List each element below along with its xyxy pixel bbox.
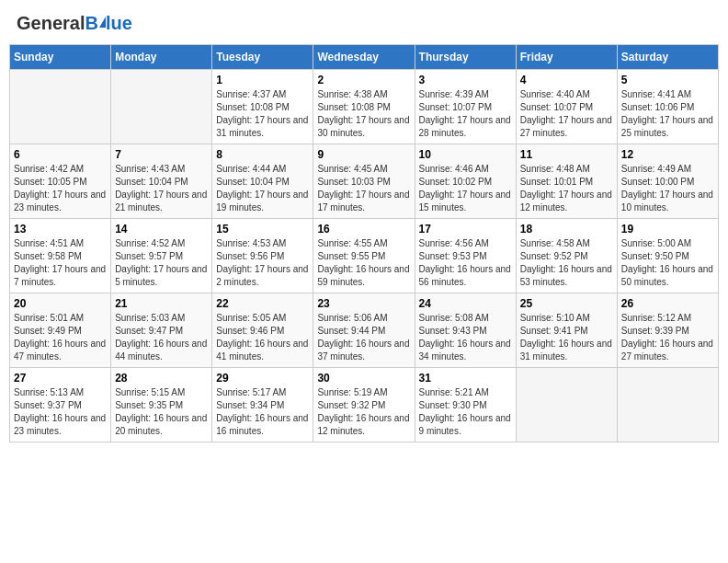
day-number: 6 bbox=[14, 148, 107, 161]
calendar-table: SundayMondayTuesdayWednesdayThursdayFrid… bbox=[9, 44, 719, 442]
day-info: Sunrise: 5:00 AM Sunset: 9:50 PM Dayligh… bbox=[621, 237, 714, 289]
weekday-header-friday: Friday bbox=[516, 45, 617, 70]
calendar-cell: 21Sunrise: 5:03 AM Sunset: 9:47 PM Dayli… bbox=[111, 293, 212, 368]
day-number: 14 bbox=[115, 223, 208, 236]
calendar-cell: 30Sunrise: 5:19 AM Sunset: 9:32 PM Dayli… bbox=[313, 368, 415, 442]
calendar-cell bbox=[516, 368, 617, 442]
day-number: 3 bbox=[419, 74, 512, 86]
day-info: Sunrise: 4:44 AM Sunset: 10:04 PM Daylig… bbox=[216, 163, 309, 214]
calendar-cell: 26Sunrise: 5:12 AM Sunset: 9:39 PM Dayli… bbox=[617, 293, 718, 368]
calendar-cell: 12Sunrise: 4:49 AM Sunset: 10:00 PM Dayl… bbox=[617, 144, 718, 219]
calendar-cell: 5Sunrise: 4:41 AM Sunset: 10:06 PM Dayli… bbox=[617, 70, 718, 144]
calendar-cell: 9Sunrise: 4:45 AM Sunset: 10:03 PM Dayli… bbox=[313, 144, 415, 219]
calendar-cell: 15Sunrise: 4:53 AM Sunset: 9:56 PM Dayli… bbox=[212, 219, 313, 293]
day-number: 31 bbox=[419, 372, 512, 385]
calendar-cell: 19Sunrise: 5:00 AM Sunset: 9:50 PM Dayli… bbox=[617, 219, 718, 293]
calendar-week-row: 1Sunrise: 4:37 AM Sunset: 10:08 PM Dayli… bbox=[10, 70, 719, 144]
day-info: Sunrise: 4:42 AM Sunset: 10:05 PM Daylig… bbox=[14, 163, 107, 214]
calendar-cell: 28Sunrise: 5:15 AM Sunset: 9:35 PM Dayli… bbox=[111, 368, 212, 442]
calendar-week-row: 6Sunrise: 4:42 AM Sunset: 10:05 PM Dayli… bbox=[10, 144, 719, 219]
calendar-cell: 18Sunrise: 4:58 AM Sunset: 9:52 PM Dayli… bbox=[516, 219, 617, 293]
day-number: 13 bbox=[14, 223, 107, 236]
day-number: 30 bbox=[317, 372, 410, 385]
calendar-cell: 4Sunrise: 4:40 AM Sunset: 10:07 PM Dayli… bbox=[516, 70, 617, 144]
day-info: Sunrise: 4:38 AM Sunset: 10:08 PM Daylig… bbox=[317, 88, 410, 140]
day-info: Sunrise: 4:39 AM Sunset: 10:07 PM Daylig… bbox=[419, 88, 512, 140]
day-number: 24 bbox=[419, 297, 512, 310]
calendar-cell: 17Sunrise: 4:56 AM Sunset: 9:53 PM Dayli… bbox=[415, 219, 516, 293]
calendar-cell: 6Sunrise: 4:42 AM Sunset: 10:05 PM Dayli… bbox=[10, 144, 111, 219]
day-info: Sunrise: 4:53 AM Sunset: 9:56 PM Dayligh… bbox=[216, 237, 309, 289]
day-info: Sunrise: 4:40 AM Sunset: 10:07 PM Daylig… bbox=[520, 88, 613, 140]
page-header: GeneralB lue bbox=[9, 9, 719, 37]
calendar-cell: 24Sunrise: 5:08 AM Sunset: 9:43 PM Dayli… bbox=[415, 293, 516, 368]
calendar-cell: 8Sunrise: 4:44 AM Sunset: 10:04 PM Dayli… bbox=[212, 144, 313, 219]
calendar-cell: 27Sunrise: 5:13 AM Sunset: 9:37 PM Dayli… bbox=[10, 368, 111, 442]
day-number: 1 bbox=[216, 74, 309, 86]
day-number: 16 bbox=[317, 223, 410, 236]
calendar-week-row: 27Sunrise: 5:13 AM Sunset: 9:37 PM Dayli… bbox=[10, 368, 719, 442]
day-info: Sunrise: 5:01 AM Sunset: 9:49 PM Dayligh… bbox=[14, 312, 107, 363]
day-info: Sunrise: 5:15 AM Sunset: 9:35 PM Dayligh… bbox=[115, 386, 208, 438]
day-number: 23 bbox=[317, 297, 410, 310]
day-number: 28 bbox=[115, 372, 208, 385]
day-info: Sunrise: 5:19 AM Sunset: 9:32 PM Dayligh… bbox=[317, 386, 410, 438]
calendar-cell bbox=[111, 70, 212, 144]
calendar-week-row: 13Sunrise: 4:51 AM Sunset: 9:58 PM Dayli… bbox=[10, 219, 719, 293]
calendar-cell: 13Sunrise: 4:51 AM Sunset: 9:58 PM Dayli… bbox=[10, 219, 111, 293]
day-number: 17 bbox=[419, 223, 512, 236]
day-number: 18 bbox=[520, 223, 613, 236]
day-number: 4 bbox=[520, 74, 613, 86]
day-info: Sunrise: 5:05 AM Sunset: 9:46 PM Dayligh… bbox=[216, 312, 309, 363]
calendar-cell: 3Sunrise: 4:39 AM Sunset: 10:07 PM Dayli… bbox=[415, 70, 516, 144]
day-info: Sunrise: 4:48 AM Sunset: 10:01 PM Daylig… bbox=[520, 163, 613, 214]
day-number: 7 bbox=[115, 148, 208, 161]
calendar-cell: 23Sunrise: 5:06 AM Sunset: 9:44 PM Dayli… bbox=[313, 293, 415, 368]
day-info: Sunrise: 4:37 AM Sunset: 10:08 PM Daylig… bbox=[216, 88, 309, 140]
day-info: Sunrise: 5:13 AM Sunset: 9:37 PM Dayligh… bbox=[14, 386, 107, 438]
day-info: Sunrise: 4:43 AM Sunset: 10:04 PM Daylig… bbox=[115, 163, 208, 214]
calendar-week-row: 20Sunrise: 5:01 AM Sunset: 9:49 PM Dayli… bbox=[10, 293, 719, 368]
day-number: 20 bbox=[14, 297, 107, 310]
day-info: Sunrise: 5:06 AM Sunset: 9:44 PM Dayligh… bbox=[317, 312, 410, 363]
calendar-cell: 20Sunrise: 5:01 AM Sunset: 9:49 PM Dayli… bbox=[10, 293, 111, 368]
day-info: Sunrise: 4:51 AM Sunset: 9:58 PM Dayligh… bbox=[14, 237, 107, 289]
day-info: Sunrise: 4:45 AM Sunset: 10:03 PM Daylig… bbox=[317, 163, 410, 214]
day-info: Sunrise: 5:03 AM Sunset: 9:47 PM Dayligh… bbox=[115, 312, 208, 363]
day-number: 5 bbox=[621, 74, 714, 86]
day-info: Sunrise: 5:08 AM Sunset: 9:43 PM Dayligh… bbox=[419, 312, 512, 363]
calendar-cell: 25Sunrise: 5:10 AM Sunset: 9:41 PM Dayli… bbox=[516, 293, 617, 368]
day-number: 21 bbox=[115, 297, 208, 310]
day-number: 15 bbox=[216, 223, 309, 236]
day-info: Sunrise: 4:55 AM Sunset: 9:55 PM Dayligh… bbox=[317, 237, 410, 289]
day-info: Sunrise: 4:46 AM Sunset: 10:02 PM Daylig… bbox=[419, 163, 512, 214]
day-number: 2 bbox=[317, 74, 410, 86]
day-number: 19 bbox=[621, 223, 714, 236]
day-number: 26 bbox=[621, 297, 714, 310]
day-info: Sunrise: 4:58 AM Sunset: 9:52 PM Dayligh… bbox=[520, 237, 613, 289]
calendar-cell bbox=[617, 368, 718, 442]
day-number: 22 bbox=[216, 297, 309, 310]
day-info: Sunrise: 5:21 AM Sunset: 9:30 PM Dayligh… bbox=[419, 386, 512, 438]
day-info: Sunrise: 4:52 AM Sunset: 9:57 PM Dayligh… bbox=[115, 237, 208, 289]
logo: GeneralB lue bbox=[17, 13, 132, 33]
day-info: Sunrise: 5:12 AM Sunset: 9:39 PM Dayligh… bbox=[621, 312, 714, 363]
day-number: 29 bbox=[216, 372, 309, 385]
day-number: 10 bbox=[419, 148, 512, 161]
day-number: 11 bbox=[520, 148, 613, 161]
calendar-cell: 16Sunrise: 4:55 AM Sunset: 9:55 PM Dayli… bbox=[313, 219, 415, 293]
calendar-cell: 31Sunrise: 5:21 AM Sunset: 9:30 PM Dayli… bbox=[415, 368, 516, 442]
day-info: Sunrise: 5:17 AM Sunset: 9:34 PM Dayligh… bbox=[216, 386, 309, 438]
weekday-header-sunday: Sunday bbox=[10, 45, 111, 70]
calendar-cell: 22Sunrise: 5:05 AM Sunset: 9:46 PM Dayli… bbox=[212, 293, 313, 368]
calendar-cell: 29Sunrise: 5:17 AM Sunset: 9:34 PM Dayli… bbox=[212, 368, 313, 442]
weekday-header-row: SundayMondayTuesdayWednesdayThursdayFrid… bbox=[10, 45, 719, 70]
day-number: 9 bbox=[317, 148, 410, 161]
day-info: Sunrise: 4:56 AM Sunset: 9:53 PM Dayligh… bbox=[419, 237, 512, 289]
weekday-header-monday: Monday bbox=[111, 45, 212, 70]
weekday-header-tuesday: Tuesday bbox=[212, 45, 313, 70]
calendar-cell: 11Sunrise: 4:48 AM Sunset: 10:01 PM Dayl… bbox=[516, 144, 617, 219]
weekday-header-wednesday: Wednesday bbox=[313, 45, 415, 70]
calendar-cell bbox=[10, 70, 111, 144]
day-info: Sunrise: 5:10 AM Sunset: 9:41 PM Dayligh… bbox=[520, 312, 613, 363]
